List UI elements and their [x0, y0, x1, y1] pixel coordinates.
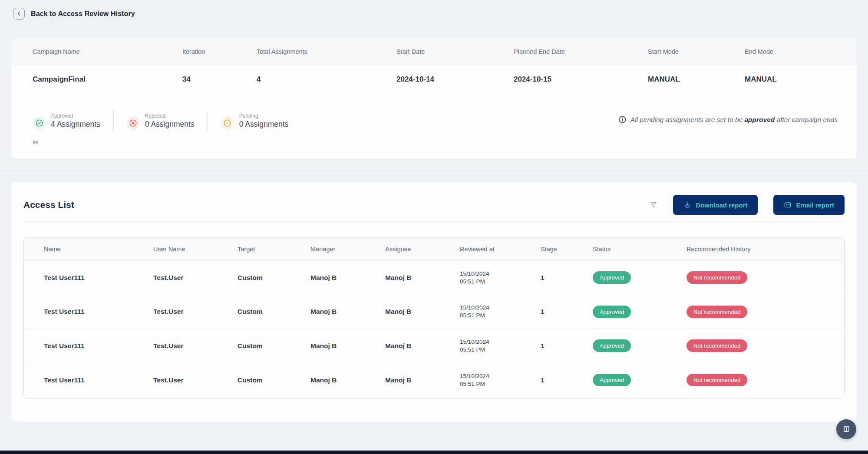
column-header-stage: Stage [541, 246, 593, 253]
cell-manager: Manoj B [310, 308, 385, 316]
cell-reviewed-at: 15/10/2024 05:51 PM [460, 270, 541, 286]
filter-funnel-icon [650, 201, 657, 209]
column-header: Total Assignments [257, 48, 396, 55]
table-row[interactable]: Test User111 Test.User Custom Manoj B Ma… [24, 363, 844, 398]
cell-target: Custom [238, 274, 310, 282]
cell-target: Custom [238, 308, 310, 316]
rejected-stat-value: 0 Assignments [145, 120, 195, 129]
cell-recommended-history: Not recommended [686, 306, 844, 318]
email-report-label: Email report [796, 201, 834, 209]
help-docs-fab[interactable] [836, 419, 856, 439]
cell-name: Test User111 [44, 376, 153, 384]
section-divider [0, 170, 868, 171]
access-list-title: Access List [23, 200, 74, 210]
cell-target: Custom [238, 376, 310, 384]
note-text: All pending assignments are set to be ap… [630, 116, 838, 124]
cell-assignee: Manoj B [385, 308, 460, 316]
column-header: End Mode [745, 48, 857, 55]
column-header: Iteration [182, 48, 257, 55]
column-header: Start Mode [648, 48, 745, 55]
chevron-left-icon [16, 11, 22, 16]
approved-stat-value: 4 Assignments [51, 120, 100, 129]
reviewed-time: 05:51 PM [460, 346, 541, 354]
campaign-name-value: CampaignFinal [33, 75, 182, 84]
column-header-reviewed-at: Reviewed at [460, 246, 541, 253]
filter-button[interactable] [650, 201, 657, 209]
cell-user-name: Test.User [153, 308, 238, 316]
column-header-assignee: Assignee [385, 246, 460, 253]
pending-stat-value: 0 Assignments [239, 120, 289, 129]
info-icon [618, 115, 627, 124]
start-mode-value: MANUAL [648, 75, 745, 84]
reviewed-date: 15/10/2024 [460, 304, 541, 312]
cell-user-name: Test.User [153, 274, 238, 282]
stat-divider [208, 111, 208, 131]
reviewed-date: 15/10/2024 [460, 372, 541, 380]
table-row[interactable]: Test User111 Test.User Custom Manoj B Ma… [24, 295, 844, 329]
recommended-history-badge: Not recommended [686, 339, 747, 352]
cell-status: Approved [593, 339, 686, 352]
total-assignments-value: 4 [257, 75, 396, 84]
download-icon [683, 201, 691, 209]
cell-reviewed-at: 15/10/2024 05:51 PM [460, 338, 541, 354]
cell-status: Approved [593, 374, 686, 386]
cell-reviewed-at: 15/10/2024 05:51 PM [460, 304, 541, 319]
status-badge: Approved [593, 374, 631, 386]
open-book-icon [842, 425, 851, 434]
recommended-history-badge: Not recommended [686, 374, 747, 386]
rejected-stat-label: Rejected [145, 113, 195, 119]
download-report-button[interactable]: Download report [673, 195, 758, 215]
bottom-bar [0, 451, 868, 454]
status-badge: Approved [593, 306, 631, 318]
envelope-icon [784, 201, 792, 209]
pending-stat-label: Pending [239, 113, 289, 119]
column-header: Campaign Name [33, 48, 182, 55]
column-header-recommended-history: Recommended History [686, 246, 844, 253]
stat-divider [113, 111, 114, 131]
cell-user-name: Test.User [153, 342, 238, 350]
reviewed-time: 05:51 PM [460, 380, 541, 388]
reviewed-date: 15/10/2024 [460, 338, 541, 346]
stray-text: ss [33, 139, 39, 145]
access-list-header: Access List Download report Email report [23, 194, 845, 215]
column-header: Start Date [396, 48, 514, 55]
table-body: Test User111 Test.User Custom Manoj B Ma… [24, 261, 844, 397]
x-circle-icon [127, 116, 140, 129]
approved-stat-label: Approved [51, 113, 100, 119]
cell-name: Test User111 [44, 308, 153, 316]
pending-assignments-note: All pending assignments are set to be ap… [618, 115, 838, 124]
column-header-target: Target [238, 246, 310, 253]
column-header-user-name: User Name [153, 246, 238, 253]
cell-recommended-history: Not recommended [686, 339, 844, 352]
column-header-status: Status [593, 246, 686, 253]
cell-reviewed-at: 15/10/2024 05:51 PM [460, 372, 541, 388]
pending-stat-text: Pending 0 Assignments [239, 113, 289, 129]
cell-recommended-history: Not recommended [686, 271, 844, 284]
recommended-history-badge: Not recommended [686, 306, 747, 318]
cell-user-name: Test.User [153, 376, 238, 384]
cell-manager: Manoj B [310, 376, 385, 384]
cell-assignee: Manoj B [385, 376, 460, 384]
status-badge: Approved [593, 339, 631, 352]
email-report-button[interactable]: Email report [773, 195, 845, 215]
approved-stat-text: Approved 4 Assignments [51, 113, 100, 129]
reviewed-time: 05:51 PM [460, 312, 541, 319]
pending-stat: Pending 0 Assignments [221, 113, 289, 129]
status-badge: Approved [593, 271, 631, 284]
column-header-name: Name [44, 246, 153, 253]
cell-stage: 1 [541, 376, 593, 384]
access-list-table: Name User Name Target Manager Assignee R… [23, 237, 845, 398]
table-row[interactable]: Test User111 Test.User Custom Manoj B Ma… [24, 261, 844, 295]
table-header-row: Name User Name Target Manager Assignee R… [24, 237, 844, 261]
table-row[interactable]: Test User111 Test.User Custom Manoj B Ma… [24, 329, 844, 363]
back-label: Back to Access Review History [31, 10, 135, 18]
back-button[interactable] [13, 8, 25, 20]
cell-target: Custom [238, 342, 310, 350]
start-date-value: 2024-10-14 [396, 75, 514, 84]
cell-assignee: Manoj B [385, 274, 460, 282]
recommended-history-badge: Not recommended [686, 271, 747, 284]
cell-stage: 1 [541, 342, 593, 350]
check-circle-icon [33, 116, 46, 129]
cell-status: Approved [593, 271, 686, 284]
end-mode-value: MANUAL [745, 75, 857, 84]
